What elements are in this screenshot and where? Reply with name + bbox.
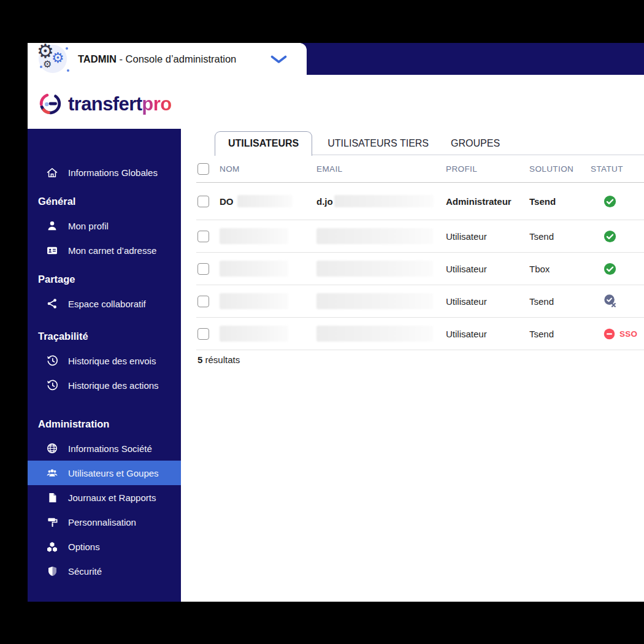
sidebar-item-informations-societe[interactable]: Informations Société <box>28 436 181 461</box>
cell-email <box>316 261 446 277</box>
status-deactivated-icon <box>603 294 618 309</box>
cell-solution: Tsend <box>529 296 591 307</box>
address-card-icon <box>46 244 58 256</box>
table-row[interactable]: Utilisateur Tbox <box>196 253 644 285</box>
table-row[interactable]: Utilisateur Tsend <box>196 220 644 253</box>
status-sso-label: SSO <box>619 329 637 339</box>
sidebar-section-partage: Partage <box>28 267 181 291</box>
sidebar-item-label: Utilisateurs et Goupes <box>68 468 159 478</box>
sidebar-item-label: Options <box>68 542 100 552</box>
redacted-name <box>220 293 288 309</box>
redacted-name <box>220 326 288 342</box>
app-tab[interactable]: ⚙⚙⚙ TADMIN - Console d’administration <box>28 43 307 75</box>
file-icon <box>46 491 58 504</box>
sidebar-item-mon-profil[interactable]: Mon profil <box>28 213 181 238</box>
sidebar-item-securite[interactable]: Sécurité <box>28 559 181 583</box>
sidebar-item-journaux-et-rapports[interactable]: Journaux et Rapports <box>28 485 181 510</box>
app-subtitle: - Console d’administration <box>117 53 236 64</box>
sidebar-item-label: Journaux et Rapports <box>68 493 156 503</box>
history-icon <box>46 379 58 391</box>
status-sso-icon: SSO <box>603 328 637 340</box>
globe-icon <box>46 442 58 454</box>
table-header-row: NOM EMAIL PROFIL SOLUTION STATUT <box>196 155 644 183</box>
table-row[interactable]: Utilisateur Tsend SSO <box>196 318 644 350</box>
sidebar-section-tracabilite: Traçabilité <box>28 324 181 348</box>
top-bar: ⚙⚙⚙ TADMIN - Console d’administration <box>28 43 644 75</box>
paint-roller-icon <box>46 516 58 528</box>
sidebar-item-label: Sécurité <box>68 566 102 577</box>
cell-nom <box>220 293 316 309</box>
cell-profil: Utilisateur <box>446 329 529 339</box>
app-name: TADMIN <box>78 53 117 64</box>
tadmin-gears-icon: ⚙⚙⚙ <box>39 45 67 73</box>
redacted-email <box>316 228 433 244</box>
app-tab-title: TADMIN - Console d’administration <box>78 53 236 65</box>
cell-email <box>316 326 446 342</box>
column-header-statut: STATUT <box>591 164 644 174</box>
redacted-name <box>220 261 288 277</box>
sidebar-item-label: Historique des actions <box>68 380 159 391</box>
sidebar: Informations Globales Général Mon profil… <box>28 129 181 602</box>
sidebar-item-label: Informations Globales <box>68 167 158 178</box>
cell-nom <box>220 261 316 277</box>
redacted-name <box>220 228 288 244</box>
sidebar-item-mon-carnet-adresse[interactable]: Mon carnet d’adresse <box>28 238 181 263</box>
transfertpro-logo: transfertpro <box>37 91 172 117</box>
users-group-icon <box>46 467 58 479</box>
select-all-checkbox[interactable] <box>197 163 209 175</box>
cell-solution: Tsend <box>529 329 591 339</box>
status-active-icon <box>603 229 617 243</box>
shield-icon <box>46 565 58 577</box>
sidebar-section-general: Général <box>28 189 181 213</box>
row-checkbox[interactable] <box>197 263 209 275</box>
row-checkbox[interactable] <box>197 196 209 207</box>
cell-nom: DO <box>220 195 316 207</box>
column-header-nom: NOM <box>220 164 316 174</box>
chevron-down-icon[interactable] <box>270 55 287 64</box>
cell-email <box>316 228 446 244</box>
home-icon <box>46 166 58 178</box>
admin-console-window: ⚙⚙⚙ TADMIN - Console d’administration tr… <box>28 43 644 602</box>
sidebar-item-label: Mon carnet d’adresse <box>68 245 156 256</box>
table-row[interactable]: DO d.jo Administrateur Tsend <box>196 183 644 220</box>
row-checkbox[interactable] <box>197 328 209 340</box>
sidebar-item-espace-collaboratif[interactable]: Espace collaboratif <box>28 291 181 316</box>
sidebar-item-historique-actions[interactable]: Historique des actions <box>28 373 181 397</box>
sidebar-item-label: Informations Société <box>68 443 152 454</box>
column-header-solution: SOLUTION <box>529 164 591 174</box>
share-icon <box>46 297 58 310</box>
results-count: 5 résultats <box>197 355 240 365</box>
redacted-email <box>334 195 434 207</box>
table-row[interactable]: Utilisateur Tsend <box>196 285 644 318</box>
sidebar-item-informations-globales[interactable]: Informations Globales <box>28 160 181 185</box>
redacted-name <box>237 195 293 207</box>
cell-profil: Administrateur <box>446 196 529 207</box>
sidebar-item-label: Mon profil <box>68 221 109 231</box>
sidebar-section-administration: Administration <box>28 412 181 436</box>
cell-profil: Utilisateur <box>446 296 529 307</box>
tab-groupes[interactable]: GROUPES <box>451 138 500 149</box>
top-bar-fill <box>301 43 644 75</box>
cell-email <box>316 293 446 309</box>
cell-email: d.jo <box>316 195 446 207</box>
redacted-email <box>316 293 433 309</box>
tab-utilisateurs[interactable]: UTILISATEURS <box>215 131 312 156</box>
modules-icon <box>46 540 58 553</box>
transfertpro-logo-icon <box>37 91 63 117</box>
sidebar-item-historique-envois[interactable]: Historique des envois <box>28 348 181 373</box>
cell-solution: Tsend <box>529 196 591 207</box>
cell-profil: Utilisateur <box>446 231 529 242</box>
row-checkbox[interactable] <box>197 296 209 307</box>
sidebar-item-label: Espace collaboratif <box>68 299 146 309</box>
history-icon <box>46 355 58 367</box>
cell-profil: Utilisateur <box>446 264 529 274</box>
cell-solution: Tbox <box>529 264 591 274</box>
redacted-email <box>316 261 433 277</box>
transfertpro-wordmark: transfertpro <box>68 94 172 113</box>
sidebar-item-personnalisation[interactable]: Personnalisation <box>28 510 181 534</box>
tab-utilisateurs-tiers[interactable]: UTILISATEURS TIERS <box>328 138 429 149</box>
row-checkbox[interactable] <box>197 231 209 242</box>
sidebar-item-options[interactable]: Options <box>28 534 181 559</box>
tabs-bar: UTILISATEURS UTILISATEURS TIERS GROUPES <box>215 131 500 156</box>
sidebar-item-utilisateurs-et-groupes[interactable]: Utilisateurs et Goupes <box>28 461 181 485</box>
